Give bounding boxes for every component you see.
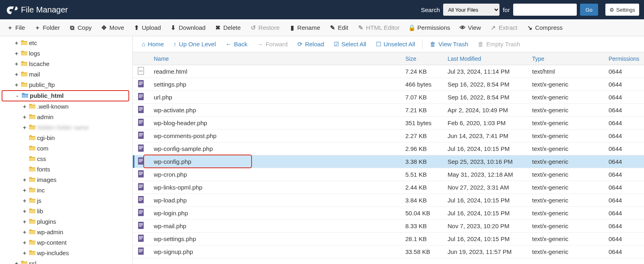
tree-node-logs[interactable]: +logs (2, 48, 129, 59)
file-row[interactable]: wp-comments-post.php 2.27 KB Jun 14, 202… (133, 130, 644, 142)
tree-node-lib[interactable]: +lib (2, 206, 129, 217)
col-modified[interactable]: Last Modified (443, 56, 527, 62)
svg-rect-45 (139, 213, 142, 214)
svg-rect-49 (139, 226, 142, 227)
svg-rect-20 (139, 134, 143, 135)
svg-rect-14 (138, 119, 144, 126)
svg-rect-36 (139, 186, 143, 187)
move-button[interactable]: ✥Move (97, 22, 128, 33)
viewtrash-button[interactable]: 🗑View Trash (426, 38, 472, 50)
file-row[interactable]: wp-activate.php 7.21 KB Apr 2, 2024, 10:… (133, 104, 644, 117)
copy-button[interactable]: ⧉Copy (66, 22, 96, 33)
file-row[interactable]: </> readme.html 7.24 KB Jul 23, 2024, 11… (133, 65, 644, 78)
file-row[interactable]: settings.php 466 bytes Sep 16, 2022, 8:5… (133, 78, 644, 91)
toggle-icon[interactable]: + (14, 70, 19, 79)
toggle-icon[interactable]: + (14, 39, 19, 47)
col-size[interactable]: Size (400, 56, 443, 62)
toggle-icon[interactable]: + (22, 217, 27, 226)
tree-node-wp-includes[interactable]: +wp-includes (2, 248, 129, 258)
file-list[interactable]: </> readme.html 7.24 KB Jul 23, 2024, 11… (133, 65, 644, 264)
toggle-icon[interactable]: + (22, 123, 27, 132)
tree-node-css[interactable]: css (2, 154, 129, 164)
tree-node-wp-admin[interactable]: +wp-admin (2, 227, 129, 237)
toggle-icon[interactable]: + (22, 238, 27, 247)
file-type: text/x-generic (527, 94, 604, 101)
tree-node-wp-content[interactable]: +wp-content (2, 237, 129, 248)
tree-node-images[interactable]: +images (2, 175, 129, 185)
col-type[interactable]: Type (527, 56, 604, 62)
search-scope-select[interactable]: All Your Files (443, 4, 500, 16)
tree-node-public_ftp[interactable]: +public_ftp (2, 80, 129, 90)
permissions-button[interactable]: 🔒Permissions (405, 22, 454, 33)
toggle-icon[interactable]: + (14, 49, 19, 58)
file-row[interactable]: wp-config.php 3.38 KB Sep 25, 2023, 10:1… (133, 155, 644, 168)
col-name[interactable]: Name (149, 56, 400, 62)
tree-node-blurred[interactable]: +hidden folder name (2, 122, 129, 133)
rename-button[interactable]: ▮Rename (285, 22, 324, 33)
file-row[interactable]: wp-mail.php 8.33 KB Nov 7, 2023, 10:20 P… (133, 220, 644, 233)
toggle-icon[interactable]: + (22, 249, 27, 258)
tree-node-com[interactable]: com (2, 143, 129, 154)
view-button[interactable]: 👁View (456, 22, 485, 33)
file-row[interactable]: wp-signup.php 33.58 KB Jun 19, 2023, 11:… (133, 245, 644, 258)
go-button[interactable]: Go (580, 4, 598, 16)
action-bar: ⌂Home↑Up One Level←Back→Forward⟳Reload☑S… (133, 36, 644, 52)
selectall-button[interactable]: ☑Select All (330, 38, 370, 50)
file-type: text/x-generic (527, 145, 604, 152)
tree-node-js[interactable]: +js (2, 196, 129, 206)
compress-button[interactable]: ↘Compress (523, 22, 566, 33)
delete-button[interactable]: ✖Delete (211, 22, 245, 33)
file-row[interactable]: wp-load.php 3.84 KB Jul 16, 2024, 10:15 … (133, 194, 644, 207)
tree-node-cgi-bin[interactable]: cgi-bin (2, 133, 129, 143)
toggle-icon[interactable]: + (14, 80, 19, 89)
file-row[interactable]: wp-cron.php 5.51 KB May 31, 2023, 12:18 … (133, 168, 644, 181)
file-row[interactable]: url.php 7.07 KB Sep 16, 2022, 8:54 PM te… (133, 91, 644, 104)
search-input[interactable] (513, 4, 577, 16)
tree-node-mail[interactable]: +mail (2, 69, 129, 80)
back-button[interactable]: ←Back (221, 38, 251, 50)
svg-rect-38 (138, 196, 144, 203)
search-bar: Search All Your Files for Go ⚙Settings (421, 4, 639, 16)
settings-button[interactable]: ⚙Settings (605, 4, 639, 16)
file-row[interactable]: wp-settings.php 28.1 KB Jul 16, 2024, 10… (133, 233, 644, 245)
file-row[interactable]: wp-config-sample.php 2.96 KB Jul 16, 202… (133, 142, 644, 155)
toggle-icon[interactable]: + (22, 186, 27, 195)
tree-node-ssl[interactable]: +ssl (2, 258, 129, 264)
tree-node-fonts[interactable]: fonts (2, 164, 129, 175)
folder-button[interactable]: +Folder (31, 22, 64, 33)
file-row[interactable]: wp-login.php 50.04 KB Jul 16, 2024, 10:1… (133, 207, 644, 220)
toggle-icon[interactable]: + (22, 228, 27, 237)
view-icon: 👁 (460, 25, 465, 31)
svg-rect-2 (138, 80, 144, 87)
tree-node-public_html[interactable]: -public_html (2, 90, 129, 101)
toggle-icon[interactable]: - (14, 91, 20, 100)
folder-tree[interactable]: +etc+logs+lscache+mail+public_ftp-public… (0, 36, 133, 264)
tree-node-admin[interactable]: +admin (2, 112, 129, 122)
file-row[interactable]: wp-blog-header.php 351 bytes Feb 6, 2020… (133, 117, 644, 130)
up-button[interactable]: ↑Up One Level (169, 38, 220, 50)
svg-rect-33 (139, 174, 142, 175)
tree-node-plugins[interactable]: +plugins (2, 217, 129, 227)
unselectall-button[interactable]: ☐Unselect All (372, 38, 419, 50)
toggle-icon[interactable]: + (22, 196, 27, 205)
col-permissions[interactable]: Permissions (604, 56, 644, 62)
toggle-icon[interactable]: + (22, 102, 27, 111)
toggle-icon[interactable]: + (22, 175, 27, 184)
toggle-icon[interactable]: + (14, 60, 19, 68)
tree-node-inc[interactable]: +inc (2, 185, 129, 196)
reload-button[interactable]: ⟳Reload (293, 38, 328, 50)
tree-node-etc[interactable]: +etc (2, 38, 129, 48)
svg-rect-35 (139, 185, 143, 186)
upload-button[interactable]: ⬆Upload (130, 22, 165, 33)
toggle-icon[interactable]: + (22, 207, 27, 216)
edit-button[interactable]: ✎Edit (326, 22, 352, 33)
toggle-icon[interactable]: + (22, 113, 27, 122)
tree-node-.well-known[interactable]: +.well-known (2, 101, 129, 112)
toggle-icon[interactable]: + (14, 259, 19, 264)
file-permissions: 0644 (604, 223, 644, 229)
tree-node-lscache[interactable]: +lscache (2, 59, 129, 69)
file-row[interactable]: wp-links-opml.php 2.44 KB Nov 27, 2022, … (133, 181, 644, 194)
download-button[interactable]: ⬇Download (167, 22, 210, 33)
file-button[interactable]: +File (3, 22, 29, 33)
home-button[interactable]: ⌂Home (138, 38, 168, 50)
